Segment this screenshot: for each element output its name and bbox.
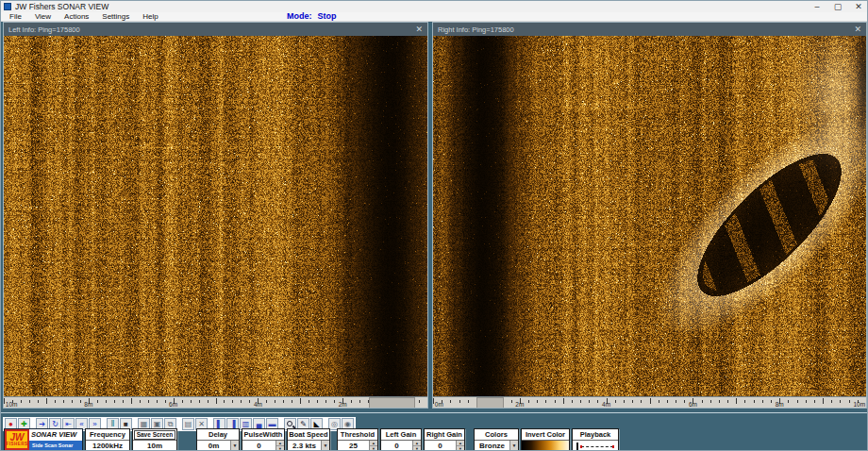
left-ruler-label-8m: 8m (84, 401, 92, 408)
ruler-tick (641, 400, 642, 403)
ruler-tick (317, 400, 318, 403)
delay-control: Delay0m▼ (196, 428, 240, 451)
ruler-tick (659, 400, 659, 403)
ruler-tick (702, 400, 703, 403)
pulse-width-value[interactable]: 0 (242, 441, 275, 451)
ruler-tick (114, 400, 115, 403)
playback-slider[interactable] (573, 441, 618, 451)
left-panel-header: Left Info: Ping=175800 ✕ (4, 23, 427, 36)
mode-label: Mode: (287, 11, 312, 22)
ruler-tick (823, 398, 824, 404)
boat-speed-value[interactable]: 2.3 kts (288, 441, 321, 451)
frequency-control: Frequency1200kHz (85, 428, 130, 451)
ruler-tick (157, 400, 158, 403)
ruler-tick (771, 400, 772, 403)
mode-indicator: Mode: Stop (287, 11, 337, 22)
left-sonar-image[interactable] (4, 36, 427, 396)
right-ruler-label-8m: 8m (776, 401, 784, 408)
right-panel-close-icon[interactable]: ✕ (854, 23, 861, 36)
minimize-button[interactable]: – (807, 1, 827, 12)
ruler-tick (555, 400, 556, 403)
ruler-tick (300, 398, 301, 404)
ruler-tick (806, 400, 807, 403)
ruler-tick (615, 400, 616, 403)
ruler-tick (744, 400, 745, 403)
right-panel-title: Right Info: Ping=175800 (438, 25, 514, 34)
ruler-tick (727, 400, 728, 403)
ruler-tick (46, 398, 47, 404)
left-gain-value[interactable]: 0 (381, 441, 412, 451)
ruler-tick (140, 400, 141, 403)
colors-value[interactable]: Bronze (475, 441, 509, 451)
ruler-tick (563, 398, 564, 404)
ruler-tick (334, 400, 335, 403)
ruler-tick (326, 400, 326, 403)
save-screen-button[interactable]: Save Screen (134, 430, 176, 440)
ruler-tick (589, 400, 590, 403)
right-ruler-thumb[interactable] (476, 397, 504, 408)
left-gain-label: Left Gain (381, 429, 421, 441)
right-gain-down-button[interactable]: ▾ (457, 446, 464, 451)
right-sonar-image[interactable] (433, 36, 866, 396)
ruler-tick (450, 400, 451, 403)
window-controls: –▢✕ (807, 1, 868, 12)
ruler-tick (788, 400, 789, 403)
ruler-tick (351, 400, 352, 403)
ruler-tick (191, 400, 192, 403)
colors-control: ColorsBronze▼ (474, 428, 519, 451)
sonar-area: Left Info: Ping=175800 ✕ 10m8m6m4m2m Rig… (1, 22, 868, 412)
boat-speed-dropdown-button[interactable]: ▼ (321, 441, 329, 451)
right-ruler-label-0m: 0m (435, 401, 443, 408)
app-window: JW Fishers SONAR VIEW –▢✕ FileViewAction… (0, 0, 868, 451)
right-gain-value[interactable]: 0 (425, 441, 456, 451)
delay-dropdown-button[interactable]: ▼ (230, 441, 239, 451)
ruler-tick (249, 400, 250, 403)
ruler-tick (719, 400, 720, 403)
ruler-tick (419, 400, 420, 403)
right-range-ruler[interactable]: 0m2m4m6m8m10m (433, 396, 866, 408)
ruler-tick (275, 400, 275, 403)
ruler-tick (216, 398, 217, 404)
delay-value[interactable]: 0m (197, 441, 230, 451)
ruler-tick (511, 400, 512, 403)
ruler-tick (29, 400, 30, 403)
title-bar[interactable]: JW Fishers SONAR VIEW –▢✕ (1, 1, 868, 12)
threshold-down-button[interactable]: ▾ (370, 446, 377, 451)
ruler-tick (63, 400, 64, 403)
colors-dropdown-button[interactable]: ▼ (509, 441, 518, 451)
logo-jw-text: JW (10, 433, 25, 442)
left-panel-close-icon[interactable]: ✕ (415, 23, 423, 36)
invert-color-swatch[interactable] (522, 441, 569, 451)
left-range-ruler[interactable]: 10m8m6m4m2m (4, 396, 427, 408)
jw-fishers-badge: JW FISHERS (5, 429, 29, 450)
menu-item-actions[interactable]: Actions (58, 12, 95, 22)
pulse-width-label: PulseWidth (242, 429, 284, 441)
menu-item-view[interactable]: View (28, 12, 58, 22)
left-ruler-thumb[interactable] (369, 397, 415, 408)
ruler-tick (831, 400, 832, 403)
ruler-tick (208, 400, 209, 403)
ruler-tick (165, 400, 166, 403)
ruler-tick (123, 400, 124, 403)
delay-label: Delay (197, 429, 239, 441)
ruler-tick (283, 400, 284, 403)
save-screen-control: Save Screen10m (132, 428, 177, 451)
ruler-tick (38, 400, 39, 403)
close-button[interactable]: ✕ (848, 1, 868, 12)
menu-item-file[interactable]: File (3, 12, 28, 22)
ruler-tick (97, 400, 98, 403)
menu-item-help[interactable]: Help (136, 12, 164, 22)
boat-speed-label: Boat Speed (288, 429, 329, 441)
ruler-tick (292, 400, 292, 403)
playback-slider-thumb[interactable] (576, 443, 578, 450)
menu-item-settings[interactable]: Settings (95, 12, 136, 22)
left-ruler-label-10m: 10m (6, 401, 18, 408)
app-icon (4, 3, 11, 10)
pulse-width-down-button[interactable]: ▾ (276, 446, 284, 451)
threshold-value[interactable]: 25 (338, 441, 369, 451)
window-title: JW Fishers SONAR VIEW (15, 2, 108, 11)
maximize-button[interactable]: ▢ (827, 1, 848, 12)
left-gain-down-button[interactable]: ▾ (413, 446, 421, 451)
control-area: ●✚➔↻⇤«»Ⅱ■▦▣⧉▤✕▌▐▥▄▬✎◣◎◉ JW FISHERS SONAR… (1, 412, 868, 451)
right-gain-control: Right Gain0▴▾ (424, 428, 465, 451)
